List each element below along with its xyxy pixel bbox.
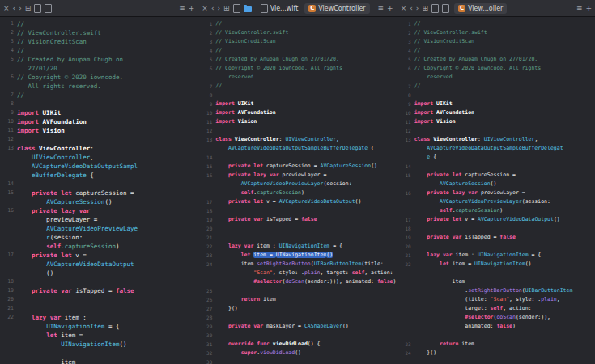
code-row[interactable]: e { [397, 153, 595, 162]
code-row[interactable]: 17 private let v = AVCaptureVideoDataOut… [198, 197, 396, 206]
code-row[interactable] [0, 349, 198, 358]
code-row[interactable]: 1// [397, 19, 595, 28]
code-row[interactable]: 21 lazy var item : UINavigationItem = { [397, 251, 595, 260]
code-text[interactable]: All rights reserved. [17, 82, 101, 91]
code-row[interactable]: 16 private lazy var [0, 206, 198, 215]
tab-viewcontroller-swift[interactable]: Vie...wift [257, 2, 303, 15]
code-text[interactable]: // [414, 46, 421, 55]
code-row[interactable]: animated: false) [397, 322, 595, 331]
code-text[interactable]: private let v = [17, 251, 87, 260]
document-icon[interactable] [233, 4, 240, 13]
code-text[interactable]: item [17, 358, 75, 364]
code-text[interactable]: item.setRightBarButton(UIBarButtonItem(t… [215, 260, 383, 269]
code-row[interactable]: 15 private let captureSession = [397, 171, 595, 180]
code-row[interactable]: AVCaptureVideoDataOutputSampleBufferDele… [198, 144, 396, 153]
code-row[interactable]: reserved. [198, 73, 396, 82]
code-row[interactable]: 25 [198, 286, 396, 295]
code-row[interactable]: 17 private let v = AVCaptureVideoDataOut… [397, 215, 595, 224]
code-row[interactable]: UINavigationItem() [0, 340, 198, 349]
code-text[interactable]: import Vision [215, 117, 257, 126]
code-text[interactable]: // [414, 82, 421, 91]
code-row[interactable]: (title: "Scan", style: .plain, [397, 295, 595, 304]
add-editor-icon[interactable]: + [189, 5, 195, 12]
forward-icon[interactable]: › [416, 5, 419, 12]
code-text[interactable]: private lazy var previewLayer = [215, 171, 326, 180]
code-text[interactable]: self.captureSession) [17, 242, 119, 251]
code-row[interactable]: AVCaptureVideoPreviewLaye [0, 224, 198, 233]
editor-menu-icon[interactable]: ≡ [179, 5, 185, 12]
editor-menu-icon[interactable]: ≡ [576, 5, 583, 12]
code-row[interactable]: 10import AVFoundation [198, 108, 396, 117]
code-row[interactable]: 23 return item [397, 340, 595, 349]
code-text[interactable]: let item = [17, 331, 83, 340]
code-text[interactable]: // Created by Anupam Chugh on 27/01/20. [215, 55, 339, 64]
code-text[interactable]: reserved. [215, 73, 257, 82]
close-editor-icon[interactable]: × [401, 5, 407, 12]
code-text[interactable]: self.captureSession) [215, 188, 304, 197]
code-row[interactable]: eBufferDelegate { [0, 171, 198, 180]
code-text[interactable]: private var isTapped = false [215, 215, 317, 224]
code-row[interactable]: let item = [0, 331, 198, 340]
code-text[interactable]: UINavigationItem() [17, 340, 126, 349]
code-text[interactable]: AVCaptureSession() [17, 197, 112, 206]
code-row[interactable]: 16 private lazy var previewLayer = [397, 188, 595, 197]
code-text[interactable]: // Copyright © 2020 iowncode. All rights [414, 64, 542, 73]
code-row[interactable]: AVCaptureSession() [0, 197, 198, 206]
code-text[interactable]: class ViewController: UIViewController, [215, 135, 339, 144]
code-text[interactable]: super.viewDidLoad() [215, 349, 301, 358]
code-row[interactable]: 2// ViewController.swift [397, 28, 595, 37]
code-row[interactable]: 19 private var isTapped = false [0, 286, 198, 295]
code-text[interactable]: animated: false) [414, 322, 516, 331]
code-row[interactable]: 29 private var maskLayer = CAShapeLayer(… [198, 322, 396, 331]
code-row[interactable]: 5// Created by Anupam Chugh on 27/01/20. [198, 55, 396, 64]
code-row[interactable]: target: self, action: [397, 304, 595, 313]
document-icon[interactable] [431, 4, 439, 13]
back-icon[interactable]: ‹ [211, 5, 215, 12]
code-row[interactable]: 33 [198, 358, 396, 364]
code-row[interactable]: #selector(doScan(sender:)), [397, 313, 595, 322]
code-text[interactable]: private var isTapped = false [17, 286, 134, 295]
code-row[interactable]: 24 }() [397, 349, 595, 358]
code-row[interactable]: 15 private let captureSession = AVCaptur… [198, 162, 396, 171]
code-row[interactable]: 6// Copyright © 2020 iowncode. [0, 73, 198, 82]
code-text[interactable]: r(session: [17, 233, 83, 242]
code-text[interactable]: // [17, 19, 24, 28]
code-text[interactable]: reserved. [414, 73, 456, 82]
code-row[interactable]: AVCaptureVideoPreviewLayer(session: [198, 180, 396, 188]
code-row[interactable]: 3// VisionCreditScan [0, 37, 198, 46]
close-editor-icon[interactable]: × [3, 5, 10, 12]
code-row[interactable]: 31 override func viewDidLoad() { [198, 340, 396, 349]
code-text[interactable]: AVCaptureVideoDataOutputSampl [17, 162, 138, 171]
code-text[interactable]: lazy var item : UINavigationItem = { [414, 251, 542, 260]
code-row[interactable]: 16 private lazy var previewLayer = [198, 171, 396, 180]
code-row[interactable]: 22 let item = UINavigationItem() [397, 260, 595, 269]
code-row[interactable]: 13class ViewController: UIViewController… [198, 135, 396, 144]
code-row[interactable]: 3// VisionCreditScan [198, 37, 396, 46]
document-icon[interactable] [45, 4, 52, 13]
code-row[interactable]: 8 [198, 91, 396, 99]
code-row[interactable]: UINavigationItem = { [0, 322, 198, 331]
code-row[interactable]: 13class ViewController: UIViewController… [397, 135, 595, 144]
code-row[interactable]: 12 [0, 135, 198, 144]
code-row[interactable]: 24 item.setRightBarButton(UIBarButtonIte… [198, 260, 396, 269]
code-text[interactable]: import AVFoundation [17, 117, 87, 126]
code-text[interactable]: () [17, 269, 53, 277]
code-row[interactable]: 20 [198, 224, 396, 233]
code-row[interactable]: 3// VisionCreditScan [397, 37, 595, 46]
back-icon[interactable]: ‹ [410, 5, 413, 12]
tab-viewcontroller-class[interactable]: CViewController [304, 3, 369, 14]
code-text[interactable]: UIViewController, [17, 153, 94, 162]
code-text[interactable]: private let v = AVCaptureVideoDataOutput… [414, 215, 560, 224]
code-text[interactable]: 27/01/20. [17, 64, 61, 73]
code-row[interactable]: #selector(doScan(sender:))), animated: f… [198, 277, 396, 286]
code-text[interactable]: override func viewDidLoad() { [215, 340, 320, 349]
code-row[interactable]: 21 [0, 304, 198, 313]
code-text[interactable]: // [414, 19, 421, 28]
code-text[interactable]: // VisionCreditScan [414, 37, 474, 46]
code-text[interactable]: // VisionCreditScan [215, 37, 275, 46]
code-row[interactable]: 12 [198, 126, 396, 135]
code-text[interactable]: // [17, 91, 24, 99]
code-row[interactable]: item [397, 277, 595, 286]
code-text[interactable]: private let captureSession = [17, 188, 134, 197]
code-text[interactable]: class ViewController: UIViewController, [414, 135, 538, 144]
